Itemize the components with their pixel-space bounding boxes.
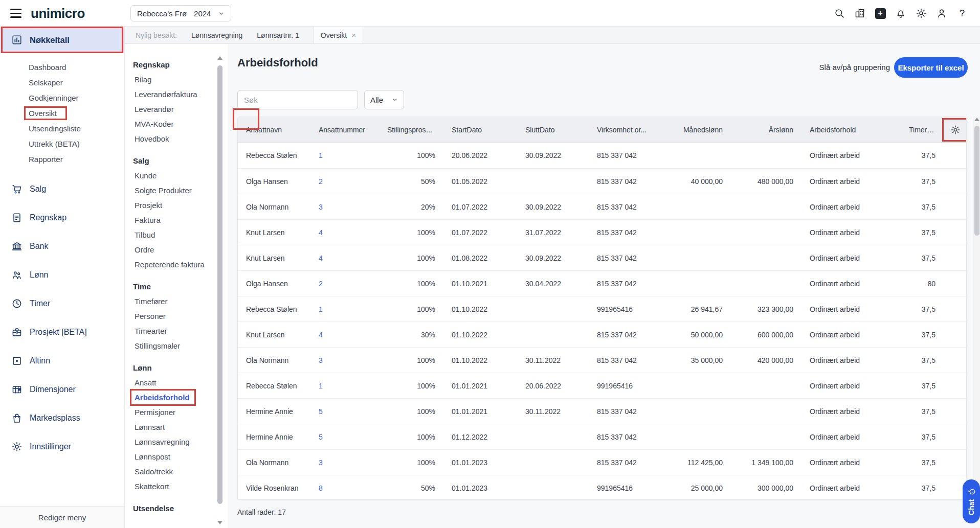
submenu-item-personer[interactable]: Personer <box>125 309 229 324</box>
table-row[interactable]: Knut Larsen4100%01.07.202231.07.2022815 … <box>238 219 966 245</box>
submenu-item-tilbud[interactable]: Tilbud <box>125 227 229 242</box>
column-header[interactable]: Arbeidsforhold <box>801 126 901 134</box>
sidebar-item-selskaper[interactable]: Selskaper <box>0 75 124 90</box>
column-header[interactable]: Ansattnummer <box>310 126 379 134</box>
page-scrollbar-thumb[interactable] <box>974 126 979 236</box>
submenu-item-prosjekt[interactable]: Prosjekt <box>125 198 229 213</box>
submenu-section-title[interactable]: Lønn <box>125 360 229 375</box>
table-row[interactable]: Rebecca Stølen1100%01.01.202120.06.20229… <box>238 373 966 398</box>
submenu-section-title[interactable]: Salg <box>125 153 229 168</box>
submenu-item-timef-rer[interactable]: Timefører <box>125 294 229 309</box>
submenu-item-mva-koder[interactable]: MVA-Koder <box>125 117 229 131</box>
column-settings-icon[interactable] <box>950 125 961 135</box>
table-row[interactable]: Ola Normann3100%01.01.2023815 337 042112… <box>238 449 966 475</box>
employee-number-link[interactable]: 1 <box>310 382 379 390</box>
submenu-item-arbeidsforhold[interactable]: Arbeidsforhold <box>125 390 229 405</box>
table-row[interactable]: Knut Larsen4100%01.08.202230.09.2022815 … <box>238 245 966 270</box>
submenu-item-permisjoner[interactable]: Permisjoner <box>125 405 229 420</box>
export-excel-button[interactable]: Eksporter til excel <box>894 57 968 78</box>
employee-number-link[interactable]: 4 <box>310 228 379 237</box>
employee-number-link[interactable]: 2 <box>310 177 379 186</box>
submenu-section-title[interactable]: Regnskap <box>125 57 229 72</box>
chat-button[interactable]: Chat <box>963 479 980 523</box>
submenu-item-kunde[interactable]: Kunde <box>125 168 229 183</box>
table-row[interactable]: Olga Hansen250%01.05.2022815 337 04240 0… <box>238 168 966 194</box>
close-icon[interactable]: × <box>351 31 356 39</box>
scroll-down-icon[interactable] <box>217 521 222 524</box>
search-input[interactable] <box>237 90 358 109</box>
submenu-item-leverand-rfaktura[interactable]: Leverandørfaktura <box>125 87 229 102</box>
submenu-item-repeterende-faktura[interactable]: Repeterende faktura <box>125 257 229 272</box>
submenu-section-title[interactable]: Utsendelse <box>125 501 229 516</box>
sidebar-item-altinn[interactable]: Altinn <box>0 347 124 375</box>
employee-number-link[interactable]: 2 <box>310 280 379 288</box>
employee-number-link[interactable]: 8 <box>310 484 379 492</box>
table-row[interactable]: Ola Normann320%01.07.202230.09.2022815 3… <box>238 194 966 219</box>
companies-icon[interactable] <box>854 8 865 19</box>
tab-oversikt[interactable]: Oversikt × <box>314 27 363 43</box>
submenu-item-bilag[interactable]: Bilag <box>125 72 229 87</box>
table-row[interactable]: Olga Hansen2100%01.10.202130.04.2022815 … <box>238 270 966 296</box>
sidebar-item-innstillinger[interactable]: Innstillinger <box>0 432 124 461</box>
column-header[interactable]: SluttDato <box>517 126 589 134</box>
filter-dropdown[interactable]: Alle <box>364 90 404 109</box>
submenu-item-ordre[interactable]: Ordre <box>125 242 229 257</box>
sidebar-item-markedsplass[interactable]: Markedsplass <box>0 404 124 432</box>
scroll-up-icon[interactable] <box>974 118 979 121</box>
column-header[interactable]: StartDato <box>443 126 517 134</box>
menu-icon[interactable] <box>10 9 21 18</box>
submenu-item-ansatt[interactable]: Ansatt <box>125 375 229 390</box>
table-row[interactable]: Hermine Annie5100%01.01.202130.11.202281… <box>238 398 966 424</box>
submenu-item-faktura[interactable]: Faktura <box>125 213 229 227</box>
submenu-item-solgte-produkter[interactable]: Solgte Produkter <box>125 183 229 198</box>
page-scrollbar[interactable] <box>973 117 980 501</box>
column-header[interactable]: Månedslønn <box>665 126 731 134</box>
submenu-item-l-nnsavregning[interactable]: Lønnsavregning <box>125 434 229 449</box>
employee-number-link[interactable]: 4 <box>310 331 379 339</box>
column-header[interactable]: Virksomhet or... <box>589 126 665 134</box>
sidebar-item-timer[interactable]: Timer <box>0 289 124 318</box>
add-icon[interactable]: + <box>875 8 886 19</box>
employee-number-link[interactable]: 5 <box>310 407 379 416</box>
recent-tab[interactable]: Lønnsavregning <box>191 31 242 39</box>
sidebar-item-regnskap[interactable]: Regnskap <box>0 203 124 232</box>
submenu-item-saldo-trekk[interactable]: Saldo/trekk <box>125 464 229 479</box>
sidebar-item-nokkeltall[interactable]: Nøkkeltall <box>0 27 124 53</box>
scroll-up-icon[interactable] <box>217 56 222 60</box>
submenu-item-l-nnspost[interactable]: Lønnspost <box>125 449 229 464</box>
user-icon[interactable] <box>936 8 947 19</box>
submenu-item-timearter[interactable]: Timearter <box>125 324 229 338</box>
help-icon[interactable]: ? <box>956 8 968 19</box>
employee-number-link[interactable]: 3 <box>310 203 379 211</box>
employee-number-link[interactable]: 3 <box>310 458 379 467</box>
submenu-item-l-nnsart[interactable]: Lønnsart <box>125 420 229 434</box>
table-row[interactable]: Vilde Rosenkran850%01.01.202399196541625… <box>238 475 966 500</box>
submenu-section-title[interactable]: Time <box>125 279 229 294</box>
table-row[interactable]: Knut Larsen430%01.10.2022815 337 04250 0… <box>238 322 966 347</box>
sidebar-item-prosjekt-beta-[interactable]: Prosjekt [BETA] <box>0 318 124 347</box>
submenu-item-stillingsmaler[interactable]: Stillingsmaler <box>125 338 229 353</box>
column-header[interactable]: Stillingsprosent <box>379 126 443 134</box>
table-row[interactable]: Hermine Annie5100%01.12.2022815 337 042O… <box>238 424 966 449</box>
column-header[interactable]: Timer pr uke f... <box>901 126 944 134</box>
table-row[interactable]: Ola Normann3100%01.10.202230.11.2022815 … <box>238 347 966 373</box>
employee-number-link[interactable]: 3 <box>310 356 379 364</box>
submenu-item-skattekort[interactable]: Skattekort <box>125 479 229 494</box>
notifications-icon[interactable] <box>895 8 906 19</box>
employee-number-link[interactable]: 1 <box>310 151 379 159</box>
column-header[interactable]: Årslønn <box>731 126 801 134</box>
submenu-item-hovedbok[interactable]: Hovedbok <box>125 131 229 146</box>
grouping-toggle[interactable]: Slå av/på gruppering <box>819 63 890 72</box>
submenu-item-leverand-r[interactable]: Leverandør <box>125 102 229 117</box>
sidebar-item-salg[interactable]: Salg <box>0 175 124 203</box>
sidebar-item-rapporter[interactable]: Rapporter <box>0 151 124 167</box>
sidebar-item-uttrekk-beta-[interactable]: Uttrekk (BETA) <box>0 136 124 151</box>
sidebar-item-oversikt[interactable]: Oversikt <box>0 105 124 121</box>
column-header[interactable]: Ansattnavn <box>238 126 310 134</box>
sidebar-item-l-nn[interactable]: Lønn <box>0 261 124 289</box>
search-icon[interactable] <box>834 8 845 19</box>
sidebar-item-dimensjoner[interactable]: Dimensjoner <box>0 375 124 404</box>
employee-number-link[interactable]: 1 <box>310 305 379 313</box>
sidebar-item-bank[interactable]: Bank <box>0 232 124 261</box>
submenu-scrollbar-thumb[interactable] <box>217 65 222 504</box>
